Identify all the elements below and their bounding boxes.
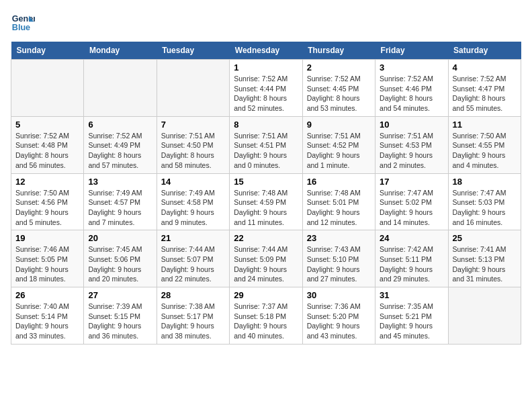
calendar-header-row: SundayMondayTuesdayWednesdayThursdayFrid… bbox=[11, 42, 521, 60]
day-number: 23 bbox=[307, 233, 371, 243]
calendar-cell: 25Sunrise: 7:41 AM Sunset: 5:13 PM Dayli… bbox=[448, 230, 521, 287]
calendar-cell: 23Sunrise: 7:43 AM Sunset: 5:10 PM Dayli… bbox=[302, 230, 375, 287]
day-number: 27 bbox=[88, 290, 152, 300]
header-monday: Monday bbox=[84, 42, 157, 60]
day-number: 10 bbox=[380, 120, 443, 130]
calendar-cell: 22Sunrise: 7:44 AM Sunset: 5:09 PM Dayli… bbox=[230, 230, 302, 287]
day-info: Sunrise: 7:49 AM Sunset: 4:58 PM Dayligh… bbox=[161, 188, 225, 228]
day-number: 30 bbox=[307, 290, 371, 300]
day-info: Sunrise: 7:37 AM Sunset: 5:18 PM Dayligh… bbox=[234, 302, 298, 341]
calendar-cell bbox=[11, 60, 84, 117]
day-info: Sunrise: 7:48 AM Sunset: 4:59 PM Dayligh… bbox=[234, 188, 298, 228]
day-number: 28 bbox=[161, 290, 225, 300]
week-row-1: 1Sunrise: 7:52 AM Sunset: 4:44 PM Daylig… bbox=[11, 60, 521, 117]
day-number: 13 bbox=[88, 177, 152, 187]
day-info: Sunrise: 7:44 AM Sunset: 5:07 PM Dayligh… bbox=[161, 244, 225, 284]
week-row-4: 19Sunrise: 7:46 AM Sunset: 5:05 PM Dayli… bbox=[11, 230, 521, 287]
day-number: 19 bbox=[15, 233, 79, 243]
day-number: 7 bbox=[161, 120, 225, 130]
logo-icon: General Blue bbox=[11, 11, 35, 35]
day-info: Sunrise: 7:39 AM Sunset: 5:15 PM Dayligh… bbox=[88, 302, 152, 341]
calendar-cell: 14Sunrise: 7:49 AM Sunset: 4:58 PM Dayli… bbox=[157, 173, 229, 230]
calendar-cell bbox=[157, 60, 229, 117]
calendar-cell: 17Sunrise: 7:47 AM Sunset: 5:02 PM Dayli… bbox=[375, 173, 448, 230]
week-row-3: 12Sunrise: 7:50 AM Sunset: 4:56 PM Dayli… bbox=[11, 173, 521, 230]
calendar-cell: 31Sunrise: 7:35 AM Sunset: 5:21 PM Dayli… bbox=[375, 287, 448, 345]
day-number: 25 bbox=[453, 233, 517, 243]
day-number: 21 bbox=[161, 233, 225, 243]
day-number: 2 bbox=[307, 62, 371, 73]
day-info: Sunrise: 7:36 AM Sunset: 5:20 PM Dayligh… bbox=[307, 302, 371, 341]
calendar-cell: 3Sunrise: 7:52 AM Sunset: 4:46 PM Daylig… bbox=[375, 60, 448, 117]
day-info: Sunrise: 7:52 AM Sunset: 4:47 PM Dayligh… bbox=[453, 74, 517, 113]
day-number: 24 bbox=[380, 233, 443, 243]
calendar-cell: 30Sunrise: 7:36 AM Sunset: 5:20 PM Dayli… bbox=[302, 287, 375, 345]
week-row-2: 5Sunrise: 7:52 AM Sunset: 4:48 PM Daylig… bbox=[11, 116, 521, 173]
day-info: Sunrise: 7:43 AM Sunset: 5:10 PM Dayligh… bbox=[307, 244, 371, 284]
calendar-cell: 29Sunrise: 7:37 AM Sunset: 5:18 PM Dayli… bbox=[230, 287, 302, 345]
calendar-cell: 21Sunrise: 7:44 AM Sunset: 5:07 PM Dayli… bbox=[157, 230, 229, 287]
day-number: 6 bbox=[88, 120, 152, 130]
calendar-cell: 10Sunrise: 7:51 AM Sunset: 4:53 PM Dayli… bbox=[375, 116, 448, 173]
day-number: 16 bbox=[307, 177, 371, 187]
calendar-cell: 8Sunrise: 7:51 AM Sunset: 4:51 PM Daylig… bbox=[230, 116, 302, 173]
day-number: 5 bbox=[15, 120, 79, 130]
day-number: 20 bbox=[88, 233, 152, 243]
day-info: Sunrise: 7:52 AM Sunset: 4:46 PM Dayligh… bbox=[380, 74, 443, 113]
day-info: Sunrise: 7:52 AM Sunset: 4:48 PM Dayligh… bbox=[15, 131, 79, 171]
calendar-cell: 28Sunrise: 7:38 AM Sunset: 5:17 PM Dayli… bbox=[157, 287, 229, 345]
day-number: 8 bbox=[234, 120, 298, 130]
day-number: 17 bbox=[380, 177, 443, 187]
day-info: Sunrise: 7:51 AM Sunset: 4:53 PM Dayligh… bbox=[380, 131, 443, 171]
calendar-cell: 16Sunrise: 7:48 AM Sunset: 5:01 PM Dayli… bbox=[302, 173, 375, 230]
day-info: Sunrise: 7:38 AM Sunset: 5:17 PM Dayligh… bbox=[161, 302, 225, 341]
calendar-cell: 18Sunrise: 7:47 AM Sunset: 5:03 PM Dayli… bbox=[448, 173, 521, 230]
day-info: Sunrise: 7:51 AM Sunset: 4:52 PM Dayligh… bbox=[307, 131, 371, 171]
calendar-cell: 11Sunrise: 7:50 AM Sunset: 4:55 PM Dayli… bbox=[448, 116, 521, 173]
calendar-cell: 12Sunrise: 7:50 AM Sunset: 4:56 PM Dayli… bbox=[11, 173, 84, 230]
day-info: Sunrise: 7:49 AM Sunset: 4:57 PM Dayligh… bbox=[88, 188, 152, 228]
day-number: 4 bbox=[453, 62, 517, 73]
calendar-cell: 1Sunrise: 7:52 AM Sunset: 4:44 PM Daylig… bbox=[230, 60, 302, 117]
calendar-cell: 2Sunrise: 7:52 AM Sunset: 4:45 PM Daylig… bbox=[302, 60, 375, 117]
calendar-cell: 15Sunrise: 7:48 AM Sunset: 4:59 PM Dayli… bbox=[230, 173, 302, 230]
calendar-cell: 27Sunrise: 7:39 AM Sunset: 5:15 PM Dayli… bbox=[84, 287, 157, 345]
day-info: Sunrise: 7:46 AM Sunset: 5:05 PM Dayligh… bbox=[15, 244, 79, 284]
header-wednesday: Wednesday bbox=[230, 42, 302, 60]
week-row-5: 26Sunrise: 7:40 AM Sunset: 5:14 PM Dayli… bbox=[11, 287, 521, 345]
day-info: Sunrise: 7:52 AM Sunset: 4:49 PM Dayligh… bbox=[88, 131, 152, 171]
day-info: Sunrise: 7:48 AM Sunset: 5:01 PM Dayligh… bbox=[307, 188, 371, 228]
calendar-cell: 4Sunrise: 7:52 AM Sunset: 4:47 PM Daylig… bbox=[448, 60, 521, 117]
day-info: Sunrise: 7:35 AM Sunset: 5:21 PM Dayligh… bbox=[380, 302, 443, 341]
calendar-cell: 6Sunrise: 7:52 AM Sunset: 4:49 PM Daylig… bbox=[84, 116, 157, 173]
day-info: Sunrise: 7:50 AM Sunset: 4:56 PM Dayligh… bbox=[15, 188, 79, 228]
day-number: 1 bbox=[234, 62, 298, 73]
day-info: Sunrise: 7:47 AM Sunset: 5:03 PM Dayligh… bbox=[453, 188, 517, 228]
header: General Blue bbox=[11, 11, 521, 35]
calendar-table: SundayMondayTuesdayWednesdayThursdayFrid… bbox=[11, 42, 521, 345]
day-number: 15 bbox=[234, 177, 298, 187]
day-number: 31 bbox=[380, 290, 443, 300]
header-tuesday: Tuesday bbox=[157, 42, 229, 60]
calendar-cell: 5Sunrise: 7:52 AM Sunset: 4:48 PM Daylig… bbox=[11, 116, 84, 173]
calendar-cell: 13Sunrise: 7:49 AM Sunset: 4:57 PM Dayli… bbox=[84, 173, 157, 230]
calendar-cell: 20Sunrise: 7:45 AM Sunset: 5:06 PM Dayli… bbox=[84, 230, 157, 287]
day-number: 26 bbox=[15, 290, 79, 300]
day-info: Sunrise: 7:51 AM Sunset: 4:51 PM Dayligh… bbox=[234, 131, 298, 171]
calendar-cell: 9Sunrise: 7:51 AM Sunset: 4:52 PM Daylig… bbox=[302, 116, 375, 173]
day-number: 22 bbox=[234, 233, 298, 243]
header-sunday: Sunday bbox=[11, 42, 84, 60]
calendar-cell: 19Sunrise: 7:46 AM Sunset: 5:05 PM Dayli… bbox=[11, 230, 84, 287]
calendar-cell: 26Sunrise: 7:40 AM Sunset: 5:14 PM Dayli… bbox=[11, 287, 84, 345]
day-info: Sunrise: 7:47 AM Sunset: 5:02 PM Dayligh… bbox=[380, 188, 443, 228]
day-number: 12 bbox=[15, 177, 79, 187]
day-info: Sunrise: 7:52 AM Sunset: 4:44 PM Dayligh… bbox=[234, 74, 298, 113]
day-number: 29 bbox=[234, 290, 298, 300]
header-saturday: Saturday bbox=[448, 42, 521, 60]
day-number: 18 bbox=[453, 177, 517, 187]
day-info: Sunrise: 7:40 AM Sunset: 5:14 PM Dayligh… bbox=[15, 302, 79, 341]
day-number: 14 bbox=[161, 177, 225, 187]
header-thursday: Thursday bbox=[302, 42, 375, 60]
day-info: Sunrise: 7:52 AM Sunset: 4:45 PM Dayligh… bbox=[307, 74, 371, 113]
header-friday: Friday bbox=[375, 42, 448, 60]
